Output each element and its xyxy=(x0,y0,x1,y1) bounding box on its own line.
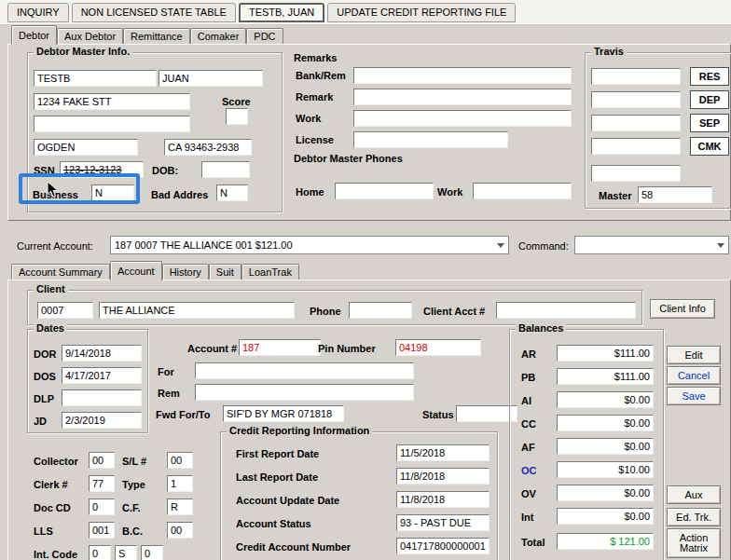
pb-field[interactable] xyxy=(557,368,654,385)
client-phone-field[interactable] xyxy=(349,302,412,319)
tab-inquiry[interactable]: INQUIRY xyxy=(7,3,69,22)
client-number-field[interactable] xyxy=(37,302,93,319)
command-select[interactable] xyxy=(574,236,729,254)
int-code-field-2[interactable] xyxy=(115,545,137,560)
cc-field[interactable] xyxy=(557,415,654,431)
master-count-field[interactable] xyxy=(638,186,712,203)
ar-field[interactable] xyxy=(557,345,654,362)
int-code-label: Int. Code xyxy=(34,549,77,560)
last-name-field[interactable] xyxy=(34,70,157,87)
sep-tag[interactable]: SEP xyxy=(690,114,729,132)
home-phone-field[interactable] xyxy=(335,183,434,199)
account-number-field[interactable] xyxy=(239,339,321,356)
ov-label: OV xyxy=(521,488,536,499)
last-report-date-label: Last Report Date xyxy=(236,471,318,483)
tab-history[interactable]: History xyxy=(162,264,209,280)
tab-non-licensed-state-table[interactable]: NON LICENSED STATE TABLE xyxy=(72,3,236,22)
res-tag[interactable]: RES xyxy=(690,67,729,86)
dep-tag[interactable]: DEP xyxy=(690,90,729,109)
work-phone-field[interactable] xyxy=(473,183,572,199)
tab-loantrak[interactable]: LoanTrak xyxy=(241,264,299,280)
dos-field[interactable] xyxy=(62,367,142,384)
tab-pdc[interactable]: PDC xyxy=(246,28,283,44)
score-field[interactable] xyxy=(226,108,248,125)
oc-field[interactable] xyxy=(557,461,654,478)
last-report-date-field[interactable] xyxy=(396,468,490,485)
edit-button[interactable]: Edit xyxy=(667,346,721,364)
travis-field-5[interactable] xyxy=(591,165,681,182)
travis-title: Travis xyxy=(591,46,627,57)
dlp-label: DLP xyxy=(34,393,54,404)
sl-number-label: S/L # xyxy=(122,456,146,467)
int-code-field-3[interactable] xyxy=(141,545,163,560)
doc-cd-field[interactable] xyxy=(89,499,115,515)
clerk-field[interactable] xyxy=(89,475,115,492)
client-acct-field[interactable] xyxy=(496,302,636,319)
tab-suit[interactable]: Suit xyxy=(209,264,241,280)
business-field[interactable] xyxy=(91,184,134,201)
for-label: For xyxy=(158,366,174,377)
address2-field[interactable] xyxy=(34,116,190,132)
bc-field[interactable] xyxy=(167,522,193,539)
travis-field-1[interactable] xyxy=(591,68,681,85)
tab-aux-debtor[interactable]: Aux Debtor xyxy=(57,28,123,44)
ed-trk-button[interactable]: Ed. Trk. xyxy=(667,508,721,526)
first-report-date-field[interactable] xyxy=(396,444,490,461)
travis-field-4[interactable] xyxy=(591,138,681,155)
jd-field[interactable] xyxy=(62,412,142,429)
tab-update-credit-reporting-file[interactable]: UPDATE CREDIT REPORTING FILE xyxy=(327,3,516,22)
pin-number-field[interactable] xyxy=(395,339,481,356)
ar-label: AR xyxy=(521,348,536,360)
dor-field[interactable] xyxy=(62,345,142,362)
chevron-down-icon xyxy=(497,243,504,248)
ov-field[interactable] xyxy=(557,485,654,501)
account-status-field[interactable] xyxy=(396,514,490,531)
remark-field[interactable] xyxy=(353,89,572,105)
dob-label: DOB: xyxy=(152,165,178,176)
license-field[interactable] xyxy=(353,131,508,148)
first-name-field[interactable] xyxy=(159,70,263,87)
bank-rem-field[interactable] xyxy=(353,67,572,84)
total-field[interactable] xyxy=(557,533,654,550)
account-update-date-field[interactable] xyxy=(396,491,490,508)
work-remark-field[interactable] xyxy=(353,110,572,127)
tab-account-summary[interactable]: Account Summary xyxy=(11,264,110,280)
cf-field[interactable] xyxy=(167,499,193,515)
lls-field[interactable] xyxy=(89,522,115,539)
city-field[interactable] xyxy=(34,139,138,156)
tab-debtor[interactable]: Debtor xyxy=(11,25,57,45)
client-name-field[interactable] xyxy=(99,302,295,319)
tab-remittance[interactable]: Remittance xyxy=(123,28,190,44)
current-account-select[interactable]: 187 0007 THE ALLIANCE 001 $121.00 xyxy=(110,236,509,254)
cancel-button[interactable]: Cancel xyxy=(667,366,721,385)
collector-field[interactable] xyxy=(89,452,115,469)
int-field[interactable] xyxy=(557,508,654,525)
type-field[interactable] xyxy=(167,475,193,492)
af-field[interactable] xyxy=(557,438,654,455)
for-field[interactable] xyxy=(195,362,414,379)
travis-field-3[interactable] xyxy=(591,115,681,131)
bad-address-field[interactable] xyxy=(216,184,248,201)
client-info-button[interactable]: Client Info xyxy=(650,299,715,319)
tab-comaker[interactable]: Comaker xyxy=(190,28,247,44)
ai-field[interactable] xyxy=(557,391,654,408)
balances-title: Balances xyxy=(516,322,566,334)
sl-number-field[interactable] xyxy=(167,452,193,469)
address-field[interactable] xyxy=(34,93,190,110)
tab-account[interactable]: Account xyxy=(110,261,162,280)
tab-testb-juan[interactable]: TESTB, JUAN xyxy=(239,3,324,22)
save-button[interactable]: Save xyxy=(667,387,721,405)
int-code-field-1[interactable] xyxy=(89,545,111,560)
cmk-tag[interactable]: CMK xyxy=(690,137,729,156)
state-zip-field[interactable] xyxy=(164,139,252,156)
window-tab-bar: INQUIRY NON LICENSED STATE TABLE TESTB, … xyxy=(0,0,731,25)
aux-button[interactable]: Aux xyxy=(667,485,721,504)
ssn-field[interactable] xyxy=(60,161,144,178)
fwd-for-to-field[interactable] xyxy=(223,405,344,422)
credit-account-number-field[interactable] xyxy=(396,538,490,554)
travis-field-2[interactable] xyxy=(591,91,681,108)
dlp-field[interactable] xyxy=(62,389,142,406)
action-matrix-button[interactable]: Action Matrix xyxy=(667,528,721,558)
rem-field[interactable] xyxy=(195,384,414,401)
dob-field[interactable] xyxy=(201,161,250,178)
